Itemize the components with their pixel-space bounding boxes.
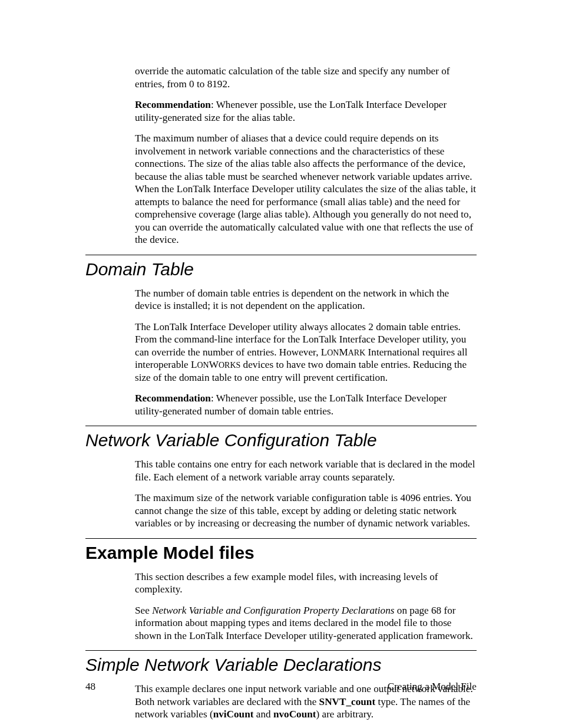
- domain-p2-h: ORKS: [219, 361, 240, 370]
- para-recommendation-2: Recommendation: Whenever possible, use t…: [135, 392, 477, 417]
- para-recommendation-1: Recommendation: Whenever possible, use t…: [135, 98, 477, 124]
- domain-p2-b: ON: [327, 348, 339, 357]
- ex-p2-a: See: [135, 605, 152, 616]
- para-alias-detail: The maximum number of aliases that a dev…: [135, 132, 477, 246]
- footer-page-number: 48: [85, 681, 95, 693]
- domain-para-1: The number of domain table entries is de…: [135, 287, 477, 312]
- domain-p2-c: M: [339, 347, 348, 358]
- heading-domain-table: Domain Table: [85, 255, 477, 282]
- heading-example-model-files: Example Model files: [85, 538, 477, 566]
- rec1-label: Recommendation: [135, 99, 211, 110]
- simple-p1-f: nvoCount: [273, 709, 316, 720]
- para-override: override the automatic calculation of th…: [135, 65, 477, 90]
- simple-p1-e: and: [253, 709, 273, 720]
- nvct-para-1: This table contains one entry for each n…: [135, 458, 477, 483]
- domain-p2-f: ON: [197, 361, 209, 370]
- section-nvct: Network Variable Configuration Table Thi…: [85, 426, 477, 530]
- rec2-label: Recommendation: [135, 393, 211, 404]
- footer-chapter-title: Creating a Model File: [388, 681, 477, 693]
- domain-para-2: The LonTalk Interface Developer utility …: [135, 321, 477, 384]
- section-example-models: Example Model files This section describ…: [85, 538, 477, 643]
- heading-nvct: Network Variable Configuration Table: [85, 426, 477, 453]
- nvct-para-2: The maximum size of the network variable…: [135, 492, 477, 530]
- page-footer: 48 Creating a Model File: [85, 681, 477, 693]
- page: override the automatic calculation of th…: [0, 0, 562, 728]
- heading-simple-nv-decl: Simple Network Variable Declarations: [85, 650, 477, 678]
- example-para-2: See Network Variable and Configuration P…: [135, 604, 477, 643]
- ex-p2-b: Network Variable and Configuration Prope…: [152, 605, 394, 616]
- simple-p1-g: ) are arbitrary.: [316, 709, 373, 720]
- domain-p2-d: ARK: [348, 348, 366, 357]
- simple-p1-d: nviCount: [213, 709, 254, 720]
- example-para-1: This section describes a few example mod…: [135, 571, 477, 596]
- section-domain-table: Domain Table The number of domain table …: [85, 255, 477, 418]
- domain-p2-g: W: [209, 359, 219, 370]
- simple-p1-b: SNVT_count: [319, 696, 376, 707]
